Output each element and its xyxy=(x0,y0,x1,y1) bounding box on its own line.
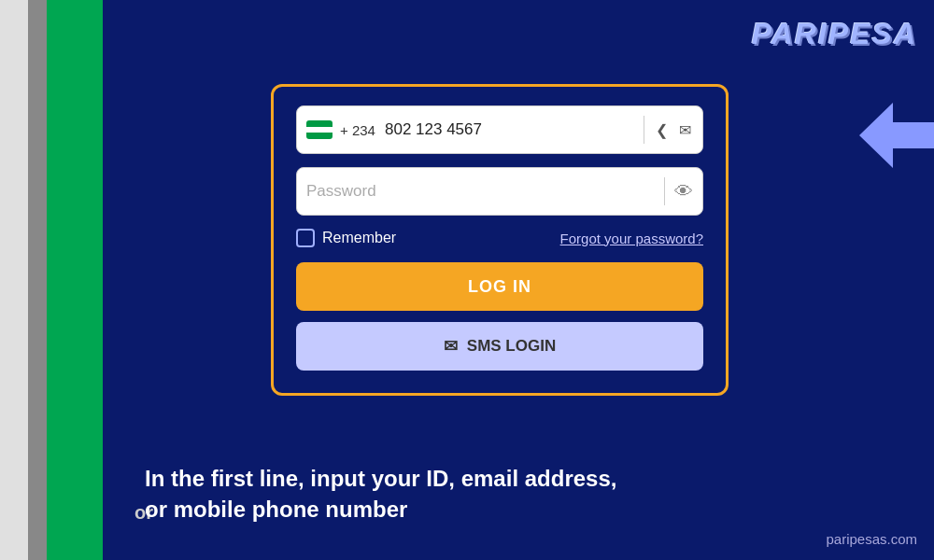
stripe-dark xyxy=(28,0,47,560)
login-button[interactable]: LOG IN xyxy=(296,262,703,311)
password-divider xyxy=(664,177,665,205)
password-placeholder: Password xyxy=(306,182,655,201)
instruction-line2: or mobile phone number xyxy=(145,497,407,522)
phone-divider xyxy=(644,116,644,144)
nigeria-flag-icon xyxy=(306,120,333,139)
sms-login-label: SMS LOGIN xyxy=(467,337,556,356)
password-input-row[interactable]: Password 👁 xyxy=(296,167,703,216)
instruction-text: In the first line, input your ID, email … xyxy=(145,464,705,525)
phone-action-icons: ❮ ✉ xyxy=(654,119,693,141)
login-card: + 234 802 123 4567 ❮ ✉ Password 👁 Rememb… xyxy=(271,84,729,396)
remember-checkbox[interactable] xyxy=(296,229,315,247)
forgot-password-link[interactable]: Forgot your password? xyxy=(560,231,703,246)
eye-icon[interactable]: 👁 xyxy=(674,181,693,203)
arrow-shape xyxy=(859,103,934,168)
phone-input-row[interactable]: + 234 802 123 4567 ❮ ✉ xyxy=(296,105,703,154)
bottom-url: paripesas.com xyxy=(826,531,917,547)
remember-label: Remember xyxy=(322,230,396,246)
country-code: + 234 xyxy=(340,122,375,138)
phone-toggle-icon[interactable]: ❮ xyxy=(654,119,670,141)
stripe-green xyxy=(47,0,103,560)
left-stripe-decoration xyxy=(0,0,131,560)
paripesa-logo: PARIPESA xyxy=(752,17,917,51)
email-icon[interactable]: ✉ xyxy=(677,119,693,141)
stripe-white xyxy=(0,0,28,560)
instruction-line1: In the first line, input your ID, email … xyxy=(145,466,616,491)
remember-left: Remember xyxy=(296,229,396,247)
phone-number-value: 802 123 4567 xyxy=(385,120,634,139)
remember-forgot-row: Remember Forgot your password? xyxy=(296,229,703,247)
sms-login-button[interactable]: ✉ SMS LOGIN xyxy=(296,322,703,371)
sms-envelope-icon: ✉ xyxy=(444,336,458,357)
instruction-block: In the first line, input your ID, email … xyxy=(145,464,705,525)
